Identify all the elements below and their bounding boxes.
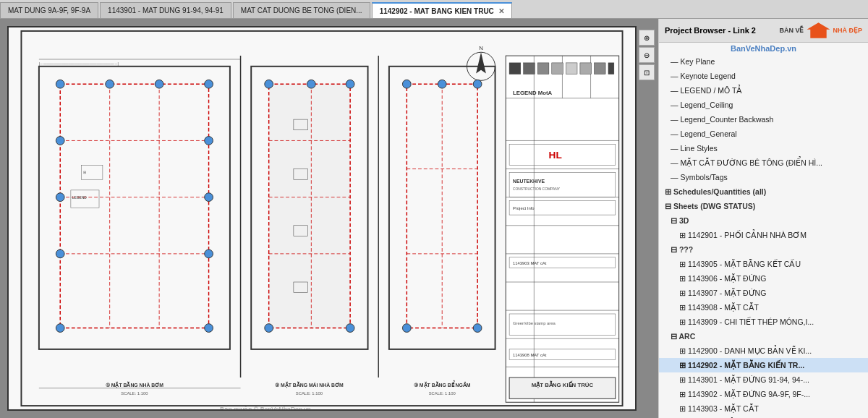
tree-1143909[interactable]: ⊞ 1143909 - CHI TIẾT THÉP MÓNG,I... — [659, 315, 868, 329]
svg-point-52 — [56, 80, 64, 88]
tree-line-styles[interactable]: — Line Styles — [659, 141, 868, 155]
svg-rect-20 — [566, 63, 577, 74]
tree-1143908[interactable]: ⊞ 1143908 - MẶT CẮT — [659, 300, 868, 315]
leaf-icon: — — [671, 158, 680, 167]
svg-point-55 — [205, 80, 213, 88]
svg-point-93 — [438, 80, 446, 88]
tree-mat-cat[interactable]: — MẶT CẮT ĐƯỜNG BÊ TÔNG (ĐIỂN HÌ... — [659, 155, 868, 170]
svg-point-62 — [205, 193, 213, 202]
svg-text:HL: HL — [549, 150, 562, 161]
tree-keynote-legend[interactable]: — Keynote Legend — [659, 69, 868, 83]
expand-icon: ⊟ — [671, 216, 679, 225]
leaf-icon: — — [671, 173, 680, 182]
svg-point-60 — [205, 324, 213, 333]
svg-rect-71 — [269, 84, 350, 328]
svg-point-76 — [265, 80, 273, 88]
tree-section-qqq[interactable]: ⊟ ??? — [659, 242, 868, 257]
tree-legend-counter[interactable]: — Legend_Counter Backwash — [659, 112, 868, 127]
svg-rect-22 — [594, 63, 605, 74]
blueprint-canvas: N LEGEND MotA HL NEUTEKHIVE CONSTRUCTION… — [7, 26, 637, 411]
svg-point-80 — [346, 324, 354, 333]
main-area: ⊕ ⊖ ⊡ — [0, 19, 868, 418]
svg-point-94 — [473, 80, 482, 88]
tree-symbols[interactable]: — Symbols/Tags — [659, 170, 868, 184]
fit-icon: ⊡ — [644, 69, 650, 77]
leaf-icon: — — [671, 86, 680, 95]
svg-rect-16 — [509, 63, 521, 74]
tree-1143901[interactable]: ⊞ 1143901 - MẶT ĐỨNG 91-94, 94-... — [659, 372, 868, 387]
drawing-area[interactable]: ⊕ ⊖ ⊡ — [0, 19, 658, 418]
tree-section-arc[interactable]: ⊟ ARC — [659, 329, 868, 344]
svg-rect-18 — [537, 63, 549, 74]
zoom-in-button[interactable]: ⊕ — [639, 30, 655, 46]
tree-legend-ceiling[interactable]: — Legend_Ceiling — [659, 98, 868, 112]
svg-point-53 — [106, 80, 114, 88]
svg-text:NEUTEKHIVE: NEUTEKHIVE — [513, 179, 545, 184]
leaf-icon: ⊞ — [679, 303, 688, 312]
leaf-icon: — — [671, 144, 680, 153]
svg-point-63 — [205, 137, 213, 145]
svg-rect-2 — [506, 56, 618, 402]
svg-text:GreenVibe stamp area: GreenVibe stamp area — [513, 321, 556, 325]
leaf-icon: — — [671, 57, 680, 66]
tree-legend-mota[interactable]: — LEGEND / MÔ TẢ — [659, 83, 868, 98]
svg-point-57 — [56, 193, 64, 202]
nav-buttons: ⊕ ⊖ ⊡ — [639, 30, 655, 80]
svg-text:SCALE: 1:100: SCALE: 1:100 — [296, 391, 323, 396]
logo-ban-ve: BÀN VẼ — [779, 27, 804, 34]
zoom-out-icon: ⊖ — [644, 51, 650, 59]
leaf-icon: ⊞ — [679, 375, 688, 384]
svg-point-56 — [56, 137, 64, 145]
zoom-out-button[interactable]: ⊖ — [639, 47, 655, 63]
leaf-icon: — — [671, 101, 680, 109]
leaf-icon: ⊞ — [679, 404, 688, 413]
tab-1142902[interactable]: 1142902 - MAT BANG KIEN TRUC ✕ — [372, 2, 512, 18]
tab-mat-dung[interactable]: MAT DUNG 9A-9F, 9F-9A — [0, 2, 98, 18]
tab-close-icon[interactable]: ✕ — [498, 7, 504, 15]
leaf-icon: ⊞ — [679, 274, 688, 283]
drawing-content: N LEGEND MotA HL NEUTEKHIVE CONSTRUCTION… — [7, 26, 637, 411]
tree-1143903[interactable]: ⊞ 1143903 - MẶT CẮT — [659, 401, 868, 416]
svg-text:Bản quyền © BanVeNhaDep.vn: Bản quyền © BanVeNhaDep.vn — [220, 405, 311, 409]
project-browser-panel: Project Browser - Link 2 BÀN VẼ NHÀ ĐẸP … — [658, 19, 868, 418]
tree-1143907[interactable]: ⊞ 1143907 - MẶT ĐỨNG — [659, 286, 868, 300]
leaf-icon: ⊞ — [679, 260, 688, 268]
svg-text:① MẶT BẰNG NHÀ BƠM: ① MẶT BẰNG NHÀ BƠM — [106, 381, 163, 388]
leaf-icon: ⊞ — [679, 361, 688, 370]
tab-mat-cat[interactable]: MAT CAT DUONG BE TONG (DIEN... — [233, 2, 370, 18]
svg-text:|←————————————————————→|: |←————————————————————→| — [39, 62, 119, 66]
panel-watermark: BanVeNhaDep.vn — [659, 43, 868, 54]
leaf-icon: — — [671, 72, 680, 80]
fit-button[interactable]: ⊡ — [639, 64, 655, 80]
svg-rect-19 — [552, 63, 563, 74]
tree-1142902-selected[interactable]: ⊞ 1142902 - MẶT BẰNG KIẾN TR... — [659, 358, 868, 372]
tree-1143906[interactable]: ⊞ 1143906 - MẶT ĐỨNG — [659, 271, 868, 286]
svg-text:SCALE: 1:100: SCALE: 1:100 — [121, 391, 148, 396]
tree-1142901[interactable]: ⊞ 1142901 - PHỐI CẢNH NHÀ BƠM — [659, 228, 868, 242]
svg-rect-21 — [580, 63, 592, 74]
tree-1143902[interactable]: ⊞ 1143902 - MẶT ĐỨNG 9A-9F, 9F-... — [659, 387, 868, 401]
tree-legend-general[interactable]: — Legend_General — [659, 127, 868, 141]
logo-brand: NHÀ ĐẸP — [833, 27, 862, 34]
blueprint-svg: N LEGEND MotA HL NEUTEKHIVE CONSTRUCTION… — [9, 27, 635, 409]
svg-rect-17 — [524, 63, 535, 74]
svg-point-61 — [205, 249, 213, 258]
tree-1142900[interactable]: ⊞ 1142900 - DANH MỤC BẢN VẼ KI... — [659, 344, 868, 358]
svg-point-96 — [473, 324, 482, 333]
tab-1143901[interactable]: 1143901 - MAT DUNG 91-94, 94-91 — [100, 2, 231, 18]
expand-icon: ⊟ — [671, 245, 679, 254]
tree-section-sheets[interactable]: ⊟ Sheets (DWG STATUS) — [659, 199, 868, 213]
tree-section-schedules[interactable]: ⊞ Schedules/Quantities (all) — [659, 184, 868, 199]
panel-logo: BÀN VẼ NHÀ ĐẸP — [779, 22, 862, 39]
svg-text:1143903 MAT cAt: 1143903 MAT cAt — [513, 261, 547, 265]
tree-section-3d[interactable]: ⊟ 3D — [659, 213, 868, 228]
svg-point-54 — [155, 80, 163, 88]
expand-icon: ⊟ — [671, 332, 679, 341]
tree-key-plane[interactable]: — Key Plane — [659, 54, 868, 69]
svg-text:SCALE: 1:100: SCALE: 1:100 — [429, 391, 456, 396]
tree-1143905[interactable]: ⊞ 1143905 - MẶT BẰNG KẾT CẤU — [659, 257, 868, 271]
svg-text:⊞: ⊞ — [83, 171, 86, 174]
svg-text:LEGEND MotA: LEGEND MotA — [513, 90, 553, 96]
leaf-icon: — — [671, 115, 680, 124]
svg-text:N: N — [479, 45, 483, 51]
